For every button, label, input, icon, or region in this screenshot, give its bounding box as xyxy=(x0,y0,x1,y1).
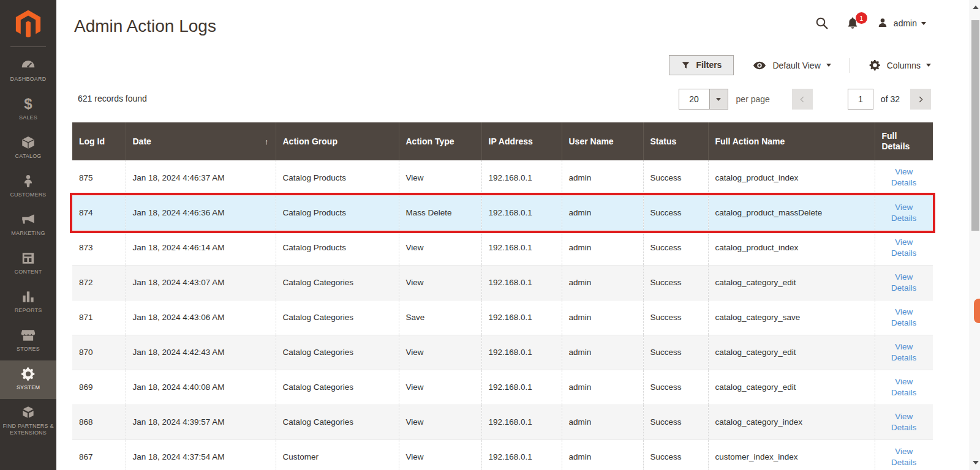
cell-date: Jan 18, 2024 4:40:08 AM xyxy=(126,370,276,405)
cell-full-action-name: catalog_category_edit xyxy=(708,335,875,370)
cell-ip-address: 192.168.0.1 xyxy=(481,370,562,405)
cell-date: Jan 18, 2024 4:43:06 AM xyxy=(126,300,276,335)
filters-button[interactable]: Filters xyxy=(669,55,734,75)
cell-status: Success xyxy=(643,265,708,300)
next-page-button[interactable] xyxy=(910,89,931,110)
user-icon xyxy=(876,17,889,30)
vertical-scrollbar[interactable] xyxy=(970,0,980,470)
cell-status: Success xyxy=(643,439,708,470)
magento-logo-icon[interactable] xyxy=(0,0,56,47)
scrollbar-thumb[interactable] xyxy=(971,20,979,231)
column-header-status[interactable]: Status xyxy=(643,122,708,160)
sidebar-item-label: CATALOG xyxy=(2,153,55,160)
sidebar-item-stores[interactable]: STORES xyxy=(0,322,56,360)
cell-action-type: View xyxy=(399,335,481,370)
column-header-full-action-name[interactable]: Full Action Name xyxy=(708,122,875,160)
cell-full-action-name: catalog_product_index xyxy=(708,160,875,195)
cell-date: Jan 18, 2024 4:39:57 AM xyxy=(126,405,276,439)
pagination: 20 per page of 32 xyxy=(679,89,931,110)
cell-log-id: 869 xyxy=(72,370,126,405)
cell-status: Success xyxy=(643,160,708,195)
view-details-link[interactable]: View Details xyxy=(882,411,927,433)
sidebar-item-reports[interactable]: REPORTS xyxy=(0,283,56,322)
reports-icon xyxy=(2,289,55,306)
sidebar-item-catalog[interactable]: CATALOG xyxy=(0,129,56,168)
view-details-link[interactable]: View Details xyxy=(882,202,927,224)
cell-ip-address: 192.168.0.1 xyxy=(481,230,562,265)
cell-status: Success xyxy=(643,405,708,439)
sidebar-item-label: MARKETING xyxy=(2,230,55,237)
cell-status: Success xyxy=(643,335,708,370)
user-menu[interactable]: admin xyxy=(876,17,926,30)
sidebar-item-marketing[interactable]: MARKETING xyxy=(0,206,56,245)
view-details-link[interactable]: View Details xyxy=(882,237,927,259)
sort-ascending-icon: ↑ xyxy=(265,136,269,147)
sidebar-item-customers[interactable]: CUSTOMERS xyxy=(0,168,56,206)
scroll-up-icon[interactable] xyxy=(973,6,979,9)
cell-action-group: Catalog Categories xyxy=(276,335,399,370)
view-details-link[interactable]: View Details xyxy=(882,446,927,468)
user-name-label: admin xyxy=(894,18,917,28)
sidebar-item-label: CUSTOMERS xyxy=(2,192,55,198)
notifications-button[interactable]: 1 xyxy=(845,16,860,31)
sidebar-item-dashboard[interactable]: DASHBOARD xyxy=(0,52,56,91)
content-icon xyxy=(2,250,55,267)
cell-full-details: View Details xyxy=(875,265,933,300)
floating-widget-button[interactable] xyxy=(974,299,980,323)
cell-full-details: View Details xyxy=(875,405,933,439)
prev-page-button[interactable] xyxy=(792,89,813,110)
per-page-select[interactable]: 20 xyxy=(679,89,728,110)
grid-toolbar: Filters Default View Columns xyxy=(669,55,931,75)
sidebar-divider xyxy=(10,47,46,47)
cell-full-details: View Details xyxy=(875,160,933,195)
sidebar-item-sales[interactable]: $SALES xyxy=(0,91,56,129)
cell-date: Jan 18, 2024 4:43:07 AM xyxy=(126,265,276,300)
view-details-link[interactable]: View Details xyxy=(882,341,927,364)
cell-ip-address: 192.168.0.1 xyxy=(481,405,562,439)
view-details-link[interactable]: View Details xyxy=(882,307,927,329)
cell-user-name: admin xyxy=(562,405,643,439)
cell-full-action-name: catalog_category_index xyxy=(708,405,875,439)
column-header-log-id[interactable]: Log Id xyxy=(72,122,126,160)
page-number-input[interactable] xyxy=(848,89,873,110)
search-icon[interactable] xyxy=(815,16,829,31)
column-header-date[interactable]: Date↑ xyxy=(126,122,276,160)
cell-date: Jan 18, 2024 4:46:37 AM xyxy=(126,160,276,195)
sidebar-item-label: DASHBOARD xyxy=(2,76,55,83)
cell-log-id: 874 xyxy=(72,195,126,230)
cell-action-group: Catalog Categories xyxy=(276,370,399,405)
columns-control[interactable]: Columns xyxy=(869,59,931,72)
cell-action-type: Save xyxy=(399,300,481,335)
view-details-link[interactable]: View Details xyxy=(882,376,927,398)
table-row-869: 869Jan 18, 2024 4:40:08 AMCatalog Catego… xyxy=(72,370,933,405)
sidebar-item-find-partners-extensions[interactable]: FIND PARTNERS & EXTENSIONS xyxy=(0,399,56,441)
scroll-down-icon[interactable] xyxy=(973,461,979,464)
header-actions: 1 admin xyxy=(815,16,926,31)
marketing-icon xyxy=(2,212,55,229)
column-header-user-name[interactable]: User Name xyxy=(562,122,643,160)
column-header-action-group[interactable]: Action Group xyxy=(276,122,399,160)
column-header-ip-address[interactable]: IP Address xyxy=(481,122,562,160)
cell-user-name: admin xyxy=(562,160,643,195)
table-row-867: 867Jan 18, 2024 4:37:54 AMCustomerView19… xyxy=(72,439,933,470)
eye-icon xyxy=(752,58,767,73)
sidebar-item-content[interactable]: CONTENT xyxy=(0,245,56,283)
view-selector[interactable]: Default View xyxy=(752,58,831,73)
cell-user-name: admin xyxy=(562,265,643,300)
view-details-link[interactable]: View Details xyxy=(882,166,927,188)
view-details-link[interactable]: View Details xyxy=(882,272,927,294)
cell-full-details: View Details xyxy=(875,335,933,370)
chevron-right-icon xyxy=(917,95,925,103)
cell-full-action-name: catalog_category_edit xyxy=(708,370,875,405)
records-count: 621 records found xyxy=(78,94,147,103)
cell-full-details: View Details xyxy=(875,195,933,230)
cell-user-name: admin xyxy=(562,195,643,230)
column-header-action-type[interactable]: Action Type xyxy=(399,122,481,160)
toolbar-divider xyxy=(850,58,850,73)
column-header-full-details[interactable]: Full Details xyxy=(875,122,933,160)
chevron-down-icon[interactable] xyxy=(709,89,728,109)
sidebar-item-system[interactable]: SYSTEM xyxy=(0,360,56,399)
table-row-872: 872Jan 18, 2024 4:43:07 AMCatalog Catego… xyxy=(72,265,933,300)
cell-log-id: 875 xyxy=(72,160,126,195)
funnel-icon xyxy=(681,61,690,70)
